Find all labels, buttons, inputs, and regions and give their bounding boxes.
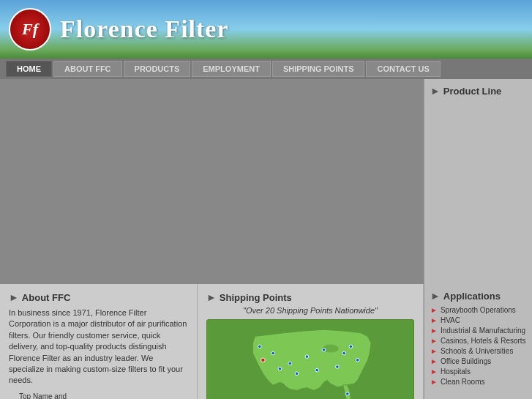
svg-point-11 xyxy=(295,372,299,376)
app-item-4: ► Casinos, Hotels & Resorts xyxy=(430,337,526,345)
svg-point-12 xyxy=(278,367,282,370)
nav-item-products[interactable]: PRODUCTS xyxy=(124,61,191,77)
about-panel: ► About FFC In business since 1971, Flor… xyxy=(0,284,198,399)
svg-point-10 xyxy=(315,368,319,372)
app-item-7: ► Hospitals xyxy=(430,368,526,376)
us-map xyxy=(241,323,380,399)
svg-point-7 xyxy=(342,351,346,355)
main-center xyxy=(0,79,424,284)
arrow-icon-2: ► xyxy=(430,316,438,324)
app-item-1: ► Spraybooth Operations xyxy=(430,306,526,314)
arrow-icon-7: ► xyxy=(430,368,438,376)
applications-title: Applications xyxy=(443,291,501,302)
app-label-4: Casinos, Hotels & Resorts xyxy=(441,337,526,345)
nav-bar: HOME ABOUT FFC PRODUCTS EMPLOYMENT SHIPP… xyxy=(0,59,532,79)
svg-point-6 xyxy=(322,348,326,352)
app-label-3: Industrial & Manufacturing xyxy=(441,327,525,335)
header: Ff Florence Filter xyxy=(0,0,532,59)
app-label-5: Schools & Universities xyxy=(441,347,513,355)
applications-icon: ► xyxy=(430,290,441,302)
feature-1: ★ Top Name and BrandAir Filtration Produ… xyxy=(9,392,97,399)
logo-text: Ff xyxy=(22,20,38,39)
arrow-icon-4: ► xyxy=(430,337,438,345)
svg-point-5 xyxy=(305,355,309,359)
svg-point-9 xyxy=(336,365,340,369)
nav-item-home[interactable]: HOME xyxy=(6,61,52,77)
shipping-header: ► Shipping Points xyxy=(206,291,414,303)
nav-item-about[interactable]: ABOUT FFC xyxy=(53,61,122,77)
app-item-2: ► HVAC xyxy=(430,316,526,324)
product-line-panel: ► Product Line xyxy=(424,79,532,284)
bottom-panels: ► About FFC In business since 1971, Flor… xyxy=(0,284,532,399)
app-item-3: ► Industrial & Manufacturing xyxy=(430,327,526,335)
shipping-icon: ► xyxy=(206,291,217,303)
nav-item-employment[interactable]: EMPLOYMENT xyxy=(192,61,271,77)
product-line-title: Product Line xyxy=(443,86,501,97)
nav-item-shipping[interactable]: SHIPPING POINTS xyxy=(272,61,365,77)
arrow-icon-6: ► xyxy=(430,357,438,365)
app-label-2: HVAC xyxy=(441,316,460,324)
applications-header: ► Applications xyxy=(430,290,526,302)
shipping-panel: ► Shipping Points "Over 20 Shipping Poin… xyxy=(198,284,424,399)
app-item-8: ► Clean Rooms xyxy=(430,378,526,386)
svg-point-8 xyxy=(356,358,359,362)
feature-2: ★ Made in the USA xyxy=(101,392,189,399)
svg-point-4 xyxy=(288,362,292,365)
about-description: In business since 1971, Florence Filter … xyxy=(9,307,188,387)
product-line-icon: ► xyxy=(430,85,441,97)
shipping-title: Shipping Points xyxy=(220,292,292,303)
about-header: ► About FFC xyxy=(9,291,188,303)
svg-point-13 xyxy=(345,392,349,396)
logo: Ff xyxy=(9,8,51,51)
applications-panel: ► Applications ► Spraybooth Operations ►… xyxy=(424,284,532,399)
product-line-header: ► Product Line xyxy=(430,85,526,97)
app-label-1: Spraybooth Operations xyxy=(441,306,516,314)
app-label-7: Hospitals xyxy=(441,368,471,376)
svg-point-14 xyxy=(349,345,353,348)
about-title: About FFC xyxy=(22,292,70,303)
app-item-5: ► Schools & Universities xyxy=(430,347,526,355)
app-label-8: Clean Rooms xyxy=(441,378,485,386)
arrow-icon-5: ► xyxy=(430,347,438,355)
features-grid: ★ Top Name and BrandAir Filtration Produ… xyxy=(9,392,188,399)
shipping-quote: "Over 20 Shipping Points Nationwide" xyxy=(206,306,414,315)
main-area: ► Product Line xyxy=(0,79,532,284)
app-label-6: Office Buildings xyxy=(441,357,491,365)
svg-point-3 xyxy=(271,351,275,355)
arrow-icon-3: ► xyxy=(430,327,438,335)
site-title: Florence Filter xyxy=(60,15,229,43)
nav-item-contact[interactable]: CONTACT US xyxy=(366,61,440,77)
map-container xyxy=(206,319,414,399)
svg-point-2 xyxy=(261,358,266,362)
about-icon: ► xyxy=(9,291,19,303)
arrow-icon-1: ► xyxy=(430,306,438,314)
app-item-6: ► Office Buildings xyxy=(430,357,526,365)
arrow-icon-8: ► xyxy=(430,378,438,386)
feature-label-1: Top Name and BrandAir Filtration Product… xyxy=(19,392,97,399)
svg-point-15 xyxy=(258,345,261,348)
